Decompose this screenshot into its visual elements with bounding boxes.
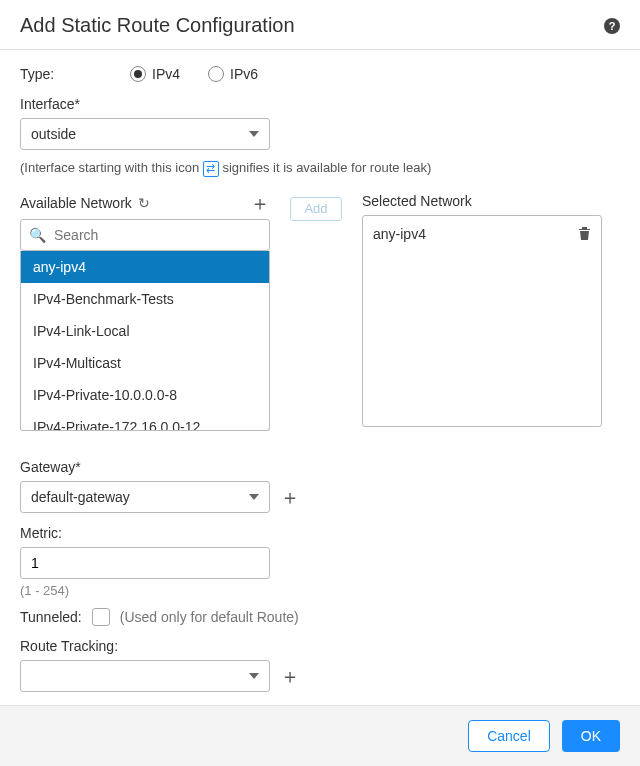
list-item[interactable]: IPv4-Link-Local bbox=[21, 315, 269, 347]
trash-icon[interactable] bbox=[578, 226, 591, 243]
help-icon[interactable]: ? bbox=[604, 18, 620, 34]
interface-value: outside bbox=[31, 126, 76, 142]
route-tracking-select[interactable] bbox=[20, 660, 270, 692]
interface-label: Interface* bbox=[20, 96, 620, 112]
search-input[interactable] bbox=[52, 226, 261, 244]
add-gateway-icon[interactable]: ＋ bbox=[280, 487, 300, 507]
selected-network-label: Selected Network bbox=[362, 193, 602, 209]
gateway-value: default-gateway bbox=[31, 489, 130, 505]
gateway-select[interactable]: default-gateway bbox=[20, 481, 270, 513]
selected-item: any-ipv4 bbox=[371, 222, 593, 247]
metric-range: (1 - 254) bbox=[20, 583, 620, 598]
available-network-label: Available Network bbox=[20, 195, 132, 211]
gateway-label: Gateway* bbox=[20, 459, 620, 475]
list-item[interactable]: any-ipv4 bbox=[21, 251, 269, 283]
add-button[interactable]: Add bbox=[290, 197, 342, 221]
interface-select[interactable]: outside bbox=[20, 118, 270, 150]
dialog-title: Add Static Route Configuration bbox=[20, 14, 295, 37]
chevron-down-icon bbox=[249, 131, 259, 137]
ok-button[interactable]: OK bbox=[562, 720, 620, 752]
radio-ipv4[interactable]: IPv4 bbox=[130, 66, 180, 82]
search-icon: 🔍 bbox=[29, 227, 46, 243]
tunneled-label: Tunneled: bbox=[20, 609, 82, 625]
radio-ipv6-label: IPv6 bbox=[230, 66, 258, 82]
radio-ipv6[interactable]: IPv6 bbox=[208, 66, 258, 82]
refresh-icon[interactable]: ↻ bbox=[138, 195, 150, 211]
list-item[interactable]: IPv4-Private-10.0.0.0-8 bbox=[21, 379, 269, 411]
chevron-down-icon bbox=[249, 494, 259, 500]
tunneled-checkbox[interactable] bbox=[92, 608, 110, 626]
add-network-icon[interactable]: ＋ bbox=[250, 193, 270, 213]
metric-input[interactable] bbox=[20, 547, 270, 579]
type-label: Type: bbox=[20, 66, 130, 82]
radio-ipv4-label: IPv4 bbox=[152, 66, 180, 82]
list-item[interactable]: IPv4-Benchmark-Tests bbox=[21, 283, 269, 315]
selected-network-list: any-ipv4 bbox=[362, 215, 602, 427]
tunneled-hint: (Used only for default Route) bbox=[120, 609, 299, 625]
route-leak-icon: ⇄ bbox=[203, 161, 219, 177]
add-route-tracking-icon[interactable]: ＋ bbox=[280, 666, 300, 686]
list-item[interactable]: IPv4-Multicast bbox=[21, 347, 269, 379]
route-tracking-label: Route Tracking: bbox=[20, 638, 620, 654]
interface-hint: (Interface starting with this icon ⇄ sig… bbox=[20, 160, 620, 177]
cancel-button[interactable]: Cancel bbox=[468, 720, 550, 752]
available-network-list[interactable]: any-ipv4IPv4-Benchmark-TestsIPv4-Link-Lo… bbox=[20, 251, 270, 431]
chevron-down-icon bbox=[249, 673, 259, 679]
metric-label: Metric: bbox=[20, 525, 620, 541]
search-box[interactable]: 🔍 bbox=[20, 219, 270, 251]
list-item[interactable]: IPv4-Private-172.16.0.0-12 bbox=[21, 411, 269, 431]
